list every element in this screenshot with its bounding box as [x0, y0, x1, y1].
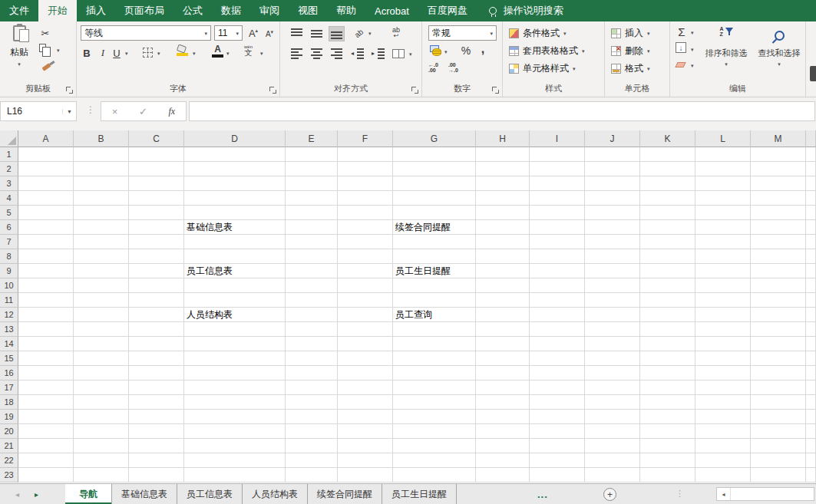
cell-I4[interactable]: [530, 191, 585, 206]
more-sheets-button[interactable]: ...: [537, 484, 548, 504]
cell-G15[interactable]: [393, 351, 476, 366]
cell-B11[interactable]: [74, 293, 129, 308]
font-size-combo[interactable]: 11 ▾: [214, 25, 243, 41]
cell-F11[interactable]: [338, 293, 393, 308]
cell-A21[interactable]: [18, 439, 74, 453]
column-header-M[interactable]: M: [751, 130, 806, 147]
cell-B16[interactable]: [74, 366, 129, 380]
column-header-J[interactable]: J: [585, 130, 640, 147]
cell-E21[interactable]: [286, 439, 338, 453]
cell-I3[interactable]: [530, 176, 585, 191]
cell-B23[interactable]: [74, 468, 129, 483]
cell-G13[interactable]: [393, 322, 476, 337]
cell-M15[interactable]: [751, 351, 806, 366]
cell-D8[interactable]: [184, 249, 286, 264]
cell-E19[interactable]: [286, 410, 338, 424]
cell-A5[interactable]: [18, 206, 74, 220]
cell-M2[interactable]: [751, 162, 806, 176]
cell-M11[interactable]: [751, 293, 806, 308]
cell-D5[interactable]: [184, 206, 286, 220]
underline-caret-icon[interactable]: ▾: [125, 51, 128, 56]
cell-J12[interactable]: [585, 308, 640, 322]
fill-button[interactable]: ↓: [676, 42, 686, 53]
cell-partial17[interactable]: [806, 380, 816, 395]
number-dialog-launcher[interactable]: [492, 87, 499, 94]
cell-A1[interactable]: [18, 147, 74, 162]
font-family-combo[interactable]: 等线 ▾: [81, 25, 211, 41]
row-header-22[interactable]: 22: [0, 453, 18, 468]
row-header-8[interactable]: 8: [0, 249, 18, 264]
cell-M23[interactable]: [751, 468, 806, 483]
cell-I15[interactable]: [530, 351, 585, 366]
cell-K2[interactable]: [640, 162, 695, 176]
cell-K5[interactable]: [640, 206, 695, 220]
cell-D12[interactable]: 人员结构表: [184, 308, 286, 322]
column-header-D[interactable]: D: [184, 130, 286, 147]
cell-H23[interactable]: [476, 468, 530, 483]
cell-H5[interactable]: [476, 206, 530, 220]
alignment-dialog-launcher[interactable]: [411, 87, 418, 94]
accounting-caret-icon[interactable]: ▾: [444, 49, 448, 54]
cell-G19[interactable]: [393, 410, 476, 424]
cell-H20[interactable]: [476, 424, 530, 439]
cell-G4[interactable]: [393, 191, 476, 206]
cell-C16[interactable]: [129, 366, 184, 380]
column-header-A[interactable]: A: [18, 130, 74, 147]
menu-tab-帮助[interactable]: 帮助: [327, 0, 365, 21]
name-box-caret-icon[interactable]: ▼: [62, 109, 76, 114]
cell-D19[interactable]: [184, 410, 286, 424]
cell-L14[interactable]: [695, 337, 751, 351]
cell-F14[interactable]: [338, 337, 393, 351]
paste-button[interactable]: 粘贴 ▾: [5, 24, 34, 67]
row-header-9[interactable]: 9: [0, 264, 18, 278]
menu-tab-数据[interactable]: 数据: [212, 0, 250, 21]
insert-cells-button[interactable]: 插入 ▾: [611, 25, 650, 41]
cell-J6[interactable]: [585, 220, 640, 235]
cell-C5[interactable]: [129, 206, 184, 220]
cell-partial14[interactable]: [806, 337, 816, 351]
cell-E13[interactable]: [286, 322, 338, 337]
cell-C22[interactable]: [129, 453, 184, 468]
cell-M13[interactable]: [751, 322, 806, 337]
cell-G17[interactable]: [393, 380, 476, 395]
sort-filter-button[interactable]: AZ 排序和筛选 ▾: [699, 26, 753, 67]
borders-caret-icon[interactable]: ▾: [157, 51, 160, 56]
italic-button[interactable]: I: [97, 45, 109, 61]
column-header-B[interactable]: B: [74, 130, 129, 147]
cell-partial5[interactable]: [806, 206, 816, 220]
cell-M19[interactable]: [751, 410, 806, 424]
cell-J5[interactable]: [585, 206, 640, 220]
cell-M5[interactable]: [751, 206, 806, 220]
cell-K4[interactable]: [640, 191, 695, 206]
cell-I17[interactable]: [530, 380, 585, 395]
fill-caret-icon[interactable]: ▾: [691, 47, 694, 52]
cell-C3[interactable]: [129, 176, 184, 191]
cell-J17[interactable]: [585, 380, 640, 395]
cell-M20[interactable]: [751, 424, 806, 439]
column-header-I[interactable]: I: [530, 130, 585, 147]
row-header-5[interactable]: 5: [0, 206, 18, 220]
cell-G11[interactable]: [393, 293, 476, 308]
cell-H15[interactable]: [476, 351, 530, 366]
cell-L16[interactable]: [695, 366, 751, 380]
cell-L5[interactable]: [695, 206, 751, 220]
cell-B15[interactable]: [74, 351, 129, 366]
cell-I7[interactable]: [530, 235, 585, 249]
cell-L11[interactable]: [695, 293, 751, 308]
cell-E3[interactable]: [286, 176, 338, 191]
cell-partial10[interactable]: [806, 278, 816, 293]
cell-D20[interactable]: [184, 424, 286, 439]
cell-M9[interactable]: [751, 264, 806, 278]
cell-I20[interactable]: [530, 424, 585, 439]
cell-J9[interactable]: [585, 264, 640, 278]
fill-color-button[interactable]: [177, 45, 189, 56]
cell-K3[interactable]: [640, 176, 695, 191]
menu-tab-页面布局[interactable]: 页面布局: [115, 0, 173, 21]
cell-D13[interactable]: [184, 322, 286, 337]
cell-J18[interactable]: [585, 395, 640, 410]
font-color-caret-icon[interactable]: ▾: [226, 51, 230, 56]
cell-partial9[interactable]: [806, 264, 816, 278]
cell-G23[interactable]: [393, 468, 476, 483]
cell-E14[interactable]: [286, 337, 338, 351]
column-header-E[interactable]: E: [286, 130, 338, 147]
